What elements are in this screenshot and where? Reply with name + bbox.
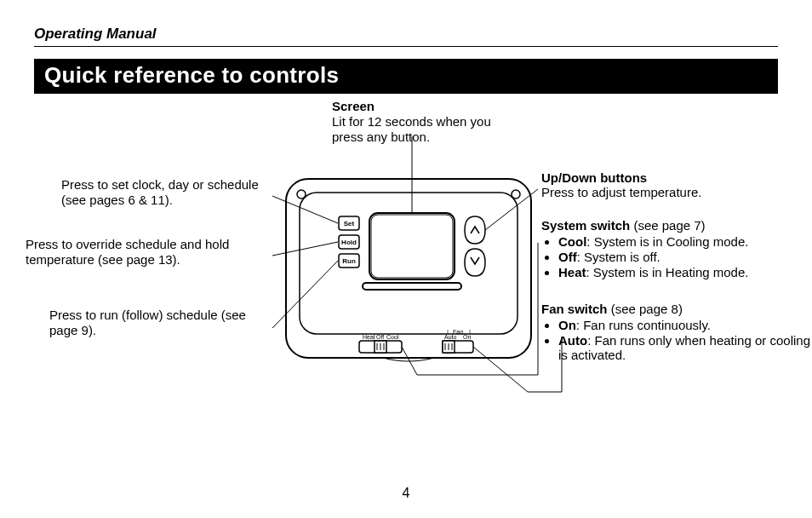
svg-text:Cool: Cool bbox=[386, 334, 399, 340]
run-callout: Press to run (follow) schedule (see page… bbox=[26, 308, 264, 338]
fan-list: On: Fan runs continuously. Auto: Fan run… bbox=[541, 318, 812, 362]
svg-text:Off: Off bbox=[376, 334, 384, 340]
svg-point-2 bbox=[297, 190, 306, 199]
svg-text:Set: Set bbox=[344, 220, 355, 227]
screen-heading: Screen bbox=[332, 99, 375, 113]
page-number: 4 bbox=[403, 486, 410, 501]
set-button[interactable]: Set bbox=[339, 216, 359, 230]
page-title: Quick reference to controls bbox=[34, 59, 778, 94]
svg-text:Run: Run bbox=[342, 257, 356, 265]
hold-callout: Press to override schedule and hold temp… bbox=[26, 237, 264, 268]
manual-header: Operating Manual bbox=[34, 26, 778, 43]
system-switch-callout: System switch (see page 7) Cool: System … bbox=[541, 218, 812, 285]
svg-rect-0 bbox=[286, 179, 531, 358]
fan-heading: Fan switch bbox=[541, 302, 608, 316]
system-heading: System switch bbox=[541, 218, 630, 233]
fan-note: (see page 8) bbox=[608, 302, 683, 316]
updown-body: Press to adjust temperature. bbox=[541, 185, 701, 199]
fan-item-auto: Auto bbox=[558, 333, 587, 348]
fan-switch-callout: Fan switch (see page 8) On: Fan runs con… bbox=[541, 302, 812, 367]
fan-item-on: On bbox=[558, 318, 576, 332]
header-rule bbox=[34, 46, 778, 47]
updown-callout: Up/Down buttons Press to adjust temperat… bbox=[541, 170, 812, 199]
svg-text:Heat: Heat bbox=[363, 334, 375, 340]
screen-body: Lit for 12 seconds when you press any bu… bbox=[332, 114, 491, 144]
up-button[interactable] bbox=[465, 216, 485, 244]
hold-button[interactable]: Hold bbox=[339, 235, 359, 249]
system-note: (see page 7) bbox=[630, 218, 705, 233]
system-item-heat: Heat bbox=[558, 265, 586, 279]
system-list: Cool: System is in Cooling mode. Off: Sy… bbox=[541, 234, 812, 279]
down-button[interactable] bbox=[465, 249, 485, 276]
screen-callout: Screen Lit for 12 seconds when you press… bbox=[332, 99, 511, 145]
thermostat-diagram: Set Hold Run bbox=[281, 170, 536, 375]
system-switch[interactable]: Heat Off Cool bbox=[359, 334, 402, 353]
svg-text:On: On bbox=[463, 334, 471, 340]
updown-heading: Up/Down buttons bbox=[541, 170, 647, 185]
set-callout: Press to set clock, day or schedule (see… bbox=[26, 177, 264, 208]
svg-text:Auto: Auto bbox=[444, 334, 457, 340]
svg-point-3 bbox=[512, 190, 520, 199]
system-item-off: Off bbox=[558, 250, 577, 264]
svg-text:Hold: Hold bbox=[341, 239, 357, 246]
run-button[interactable]: Run bbox=[339, 254, 359, 268]
system-item-cool: Cool bbox=[558, 234, 586, 249]
